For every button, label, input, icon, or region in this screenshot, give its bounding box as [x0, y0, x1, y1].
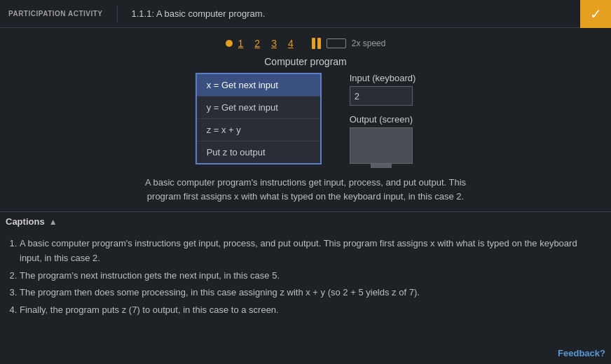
input-field[interactable]: [350, 86, 413, 106]
program-section-title: Computer program: [264, 56, 347, 67]
captions-header[interactable]: Captions ▲: [0, 211, 611, 231]
step-dot: [226, 40, 233, 47]
chevron-up-icon: ▲: [49, 217, 57, 227]
pause-button[interactable]: [312, 38, 321, 49]
feedback-button[interactable]: Feedback?: [558, 348, 605, 358]
program-line-2: y = Get next input: [197, 97, 320, 119]
input-section: Input (keyboard): [350, 73, 416, 106]
speed-toggle[interactable]: [327, 38, 346, 48]
pause-bar-1: [312, 38, 315, 49]
speed-label: 2x speed: [352, 38, 386, 48]
program-line-1: x = Get next input: [197, 74, 320, 97]
step-2[interactable]: 2: [254, 38, 260, 49]
header-divider: [117, 6, 118, 22]
step-1[interactable]: 1: [238, 38, 244, 49]
step-3[interactable]: 3: [271, 38, 277, 49]
description-text: A basic computer program's instructions …: [130, 176, 481, 203]
step-4[interactable]: 4: [288, 38, 294, 49]
steps-row: 1 2 3 4 2x speed: [0, 28, 611, 56]
captions-list: A basic computer program's instructions …: [0, 231, 611, 326]
caption-item-3: The program then does some processing, i…: [20, 286, 597, 300]
io-section: Input (keyboard) Output (screen): [350, 73, 416, 164]
program-line-3: z = x + y: [197, 119, 320, 141]
header: PARTICIPATION ACTIVITY 1.1.1: A basic co…: [0, 0, 611, 28]
output-section: Output (screen): [350, 114, 416, 164]
caption-item-1: A basic computer program's instructions …: [20, 237, 597, 266]
pause-bar-2: [317, 38, 321, 49]
check-button[interactable]: ✓: [580, 0, 611, 28]
header-left: PARTICIPATION ACTIVITY 1.1.1: A basic co…: [8, 6, 265, 22]
activity-label: PARTICIPATION ACTIVITY: [8, 10, 103, 18]
header-title: 1.1.1: A basic computer program.: [132, 8, 266, 19]
program-io-row: x = Get next input y = Get next input z …: [195, 73, 416, 164]
output-label: Output (screen): [350, 114, 416, 125]
check-icon: ✓: [590, 6, 602, 22]
caption-item-2: The program's next instruction gets the …: [20, 269, 597, 284]
output-screen: [350, 127, 413, 164]
program-line-4: Put z to output: [197, 141, 320, 163]
main-content: Computer program x = Get next input y = …: [0, 56, 611, 211]
captions-label: Captions: [6, 216, 45, 227]
program-box: x = Get next input y = Get next input z …: [195, 73, 322, 164]
caption-item-4: Finally, the program puts z (7) to outpu…: [20, 303, 597, 318]
input-label: Input (keyboard): [350, 73, 416, 83]
